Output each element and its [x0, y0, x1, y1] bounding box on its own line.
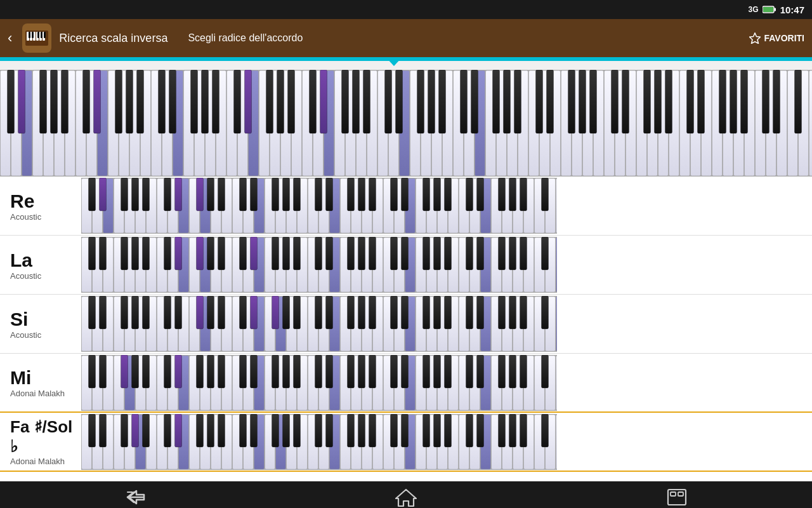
svg-rect-455 [477, 355, 484, 388]
svg-rect-201 [175, 178, 182, 211]
svg-rect-505 [556, 415, 558, 469]
svg-rect-511 [143, 414, 150, 447]
svg-rect-454 [466, 355, 473, 388]
svg-rect-128 [504, 70, 511, 133]
svg-marker-539 [396, 490, 416, 506]
status-bar: 3G 10:47 [0, 0, 812, 19]
svg-rect-211 [326, 178, 333, 211]
svg-rect-114 [288, 70, 295, 133]
svg-rect-360 [218, 296, 225, 329]
home-nav-button[interactable] [369, 482, 443, 509]
scale-name-fa: Fa ♯/Sol ♭ [10, 417, 81, 457]
svg-rect-219 [445, 178, 452, 211]
svg-rect-459 [542, 355, 549, 388]
scale-type-re: Acoustic [10, 212, 81, 222]
svg-rect-193 [556, 178, 558, 233]
svg-rect-100 [83, 70, 90, 133]
favorites-button[interactable]: FAVORITI [749, 32, 804, 44]
svg-rect-139 [665, 70, 672, 133]
svg-rect-301 [509, 237, 516, 270]
svg-rect-513 [175, 414, 182, 447]
svg-rect-205 [240, 178, 247, 211]
scale-row-re[interactable]: Re Acoustic [0, 177, 812, 236]
svg-rect-274 [100, 237, 107, 270]
svg-rect-278 [164, 237, 171, 270]
svg-rect-134 [590, 70, 597, 133]
scale-label-si: Si Acoustic [0, 309, 81, 340]
scale-row-mi[interactable]: Mi Adonai Malakh [0, 354, 812, 413]
svg-rect-98 [51, 70, 58, 133]
svg-rect-430 [100, 355, 107, 388]
svg-rect-101 [94, 70, 101, 133]
svg-rect-104 [137, 70, 144, 133]
svg-rect-144 [741, 70, 748, 133]
svg-rect-14 [44, 32, 46, 38]
svg-rect-127 [493, 70, 500, 133]
svg-rect-535 [509, 414, 516, 447]
svg-rect-281 [207, 237, 214, 270]
svg-rect-142 [719, 70, 726, 133]
scale-type-fa: Adonai Malakh [10, 457, 81, 466]
main-keyboard-display[interactable] [0, 70, 812, 177]
svg-rect-362 [251, 296, 258, 329]
svg-rect-529 [423, 414, 430, 447]
svg-rect-435 [175, 355, 182, 388]
svg-rect-110 [234, 70, 241, 133]
svg-rect-381 [542, 296, 549, 329]
svg-rect-368 [348, 296, 355, 329]
svg-rect-108 [202, 70, 209, 133]
svg-rect-438 [218, 355, 225, 388]
svg-rect-365 [294, 296, 301, 329]
svg-rect-374 [434, 296, 441, 329]
indicator-bar [0, 57, 812, 70]
svg-rect-378 [499, 296, 506, 329]
svg-rect-279 [175, 237, 182, 270]
svg-rect-427 [556, 356, 558, 410]
svg-rect-132 [568, 70, 575, 133]
piano-mini-la [81, 237, 557, 293]
svg-rect-12 [37, 32, 39, 38]
scale-row-fa[interactable]: Fa ♯/Sol ♭ Adonai Malakh [0, 413, 812, 472]
svg-rect-285 [272, 237, 279, 270]
scale-row-la[interactable]: La Acoustic [0, 236, 812, 295]
back-button[interactable]: ‹ [8, 30, 12, 46]
svg-rect-224 [520, 178, 527, 211]
svg-rect-123 [428, 70, 435, 133]
svg-rect-363 [272, 296, 279, 329]
scale-label-la: La Acoustic [0, 250, 81, 281]
svg-rect-290 [348, 237, 355, 270]
svg-rect-291 [358, 237, 365, 270]
svg-rect-534 [499, 414, 506, 447]
svg-rect-527 [391, 414, 398, 447]
svg-rect-353 [121, 296, 128, 329]
svg-rect-206 [251, 178, 258, 211]
scale-name-si: Si [10, 309, 81, 330]
svg-rect-119 [363, 70, 370, 133]
scale-row-si[interactable]: Si Acoustic [0, 295, 812, 354]
svg-rect-202 [197, 178, 204, 211]
back-nav-button[interactable] [98, 483, 172, 509]
svg-rect-431 [121, 355, 128, 388]
signal-icon: 3G [749, 5, 759, 14]
svg-rect-520 [283, 414, 290, 447]
svg-rect-376 [466, 296, 473, 329]
piano-logo-icon [24, 25, 49, 51]
recent-nav-button[interactable] [640, 482, 714, 509]
svg-rect-209 [294, 178, 301, 211]
svg-rect-449 [391, 355, 398, 388]
svg-rect-354 [132, 296, 139, 329]
svg-rect-216 [402, 178, 409, 211]
svg-rect-133 [579, 70, 586, 133]
svg-rect-106 [169, 70, 176, 133]
svg-rect-507 [89, 414, 96, 447]
svg-rect-349 [556, 297, 558, 351]
svg-rect-516 [218, 414, 225, 447]
svg-rect-357 [175, 296, 182, 329]
svg-rect-355 [143, 296, 150, 329]
svg-rect-375 [445, 296, 452, 329]
scale-list[interactable]: Re Acoustic [0, 177, 812, 481]
svg-rect-303 [542, 237, 549, 270]
scale-name-la: La [10, 250, 81, 271]
svg-rect-109 [213, 70, 219, 133]
svg-rect-118 [353, 70, 360, 133]
